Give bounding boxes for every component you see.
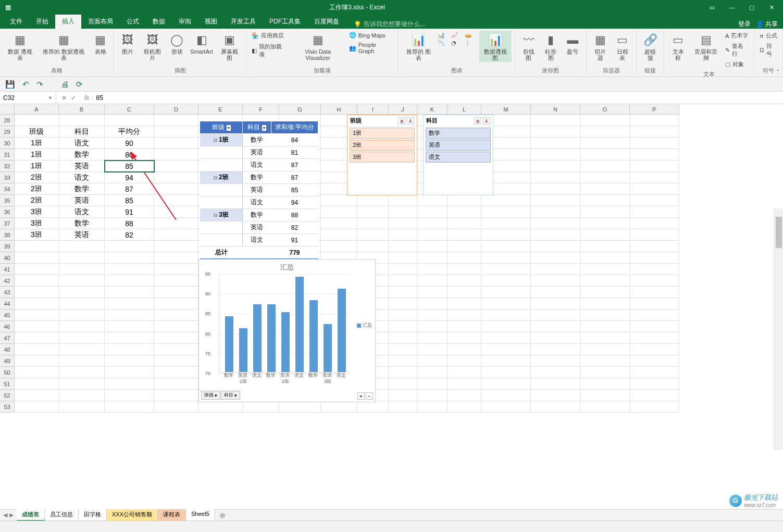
cell[interactable]	[448, 218, 481, 229]
cell[interactable]	[448, 252, 481, 264]
cell[interactable]	[630, 298, 679, 310]
cell[interactable]	[580, 344, 630, 355]
cell[interactable]	[580, 390, 630, 401]
pivot-chart[interactable]: 汇总 汇总 班级 ▾ 科目 ▾ +− 707580859095数学英语语文数学英…	[198, 259, 376, 402]
cell[interactable]	[105, 378, 154, 390]
cell[interactable]	[154, 206, 198, 218]
row-header[interactable]: 45	[0, 310, 15, 321]
tab-pdf[interactable]: PDF工具集	[263, 15, 307, 29]
cell[interactable]	[417, 310, 448, 321]
cell[interactable]	[154, 390, 198, 401]
cell[interactable]	[154, 160, 198, 172]
cell[interactable]	[417, 367, 448, 378]
cell[interactable]	[59, 390, 105, 401]
peoplegraph-button[interactable]: 👥People Graph	[347, 41, 395, 55]
slicer-item[interactable]: 3班	[350, 152, 415, 163]
cell[interactable]	[15, 115, 59, 126]
cell[interactable]	[15, 275, 59, 287]
cell[interactable]	[531, 206, 580, 218]
row-header[interactable]: 48	[0, 344, 15, 355]
clear-filter-icon[interactable]: ⅄	[483, 117, 490, 125]
cell[interactable]	[531, 115, 580, 126]
qat-icon[interactable]: ⟳	[76, 80, 83, 89]
cell[interactable]	[15, 252, 59, 264]
cell[interactable]	[389, 241, 417, 252]
cell[interactable]	[481, 287, 531, 298]
cell[interactable]	[15, 378, 59, 390]
cell[interactable]	[531, 252, 580, 264]
close-button[interactable]: ✕	[762, 1, 781, 14]
cell[interactable]	[580, 321, 630, 332]
cell[interactable]	[630, 206, 679, 218]
ribbon-options-icon[interactable]: ▭	[703, 1, 722, 14]
cell[interactable]	[630, 172, 679, 183]
cell[interactable]	[531, 218, 580, 229]
cell[interactable]	[481, 401, 531, 413]
row-header[interactable]: 29	[0, 126, 15, 138]
cell[interactable]	[448, 195, 481, 206]
cell[interactable]: 80	[105, 149, 154, 160]
cell[interactable]	[15, 401, 59, 413]
cell[interactable]	[15, 332, 59, 344]
chart-filter-button[interactable]: 科目 ▾	[221, 391, 240, 400]
cell[interactable]	[531, 390, 580, 401]
smartart-button[interactable]: ◧SmartArt	[189, 31, 215, 56]
tab-data[interactable]: 数据	[146, 15, 172, 29]
cell[interactable]	[531, 401, 580, 413]
my-addins-button[interactable]: ◧我的加载项	[250, 42, 289, 59]
cell[interactable]	[389, 344, 417, 355]
cell[interactable]	[531, 183, 580, 195]
row-header[interactable]: 44	[0, 298, 15, 310]
chart-type-icon[interactable]: 📈	[451, 32, 464, 39]
cell[interactable]	[531, 310, 580, 321]
cell[interactable]: 88	[105, 218, 154, 229]
cell[interactable]	[417, 229, 448, 241]
cell[interactable]	[531, 264, 580, 275]
cell[interactable]: 91	[105, 206, 154, 218]
cell[interactable]: 英语	[59, 160, 105, 172]
store-button[interactable]: 🏪应用商店	[250, 31, 289, 41]
cell[interactable]	[154, 287, 198, 298]
cell[interactable]	[531, 287, 580, 298]
cell[interactable]	[154, 298, 198, 310]
cell[interactable]	[357, 206, 389, 218]
cell[interactable]	[417, 401, 448, 413]
obj-button[interactable]: ▢对象	[723, 59, 751, 69]
slicer[interactable]: 班级⫼⅄1班2班3班	[347, 115, 417, 195]
cell[interactable]	[630, 138, 679, 149]
filter-dropdown-icon[interactable]: ▾	[262, 125, 266, 131]
cell[interactable]	[389, 367, 417, 378]
cell[interactable]	[105, 115, 154, 126]
cell[interactable]	[630, 264, 679, 275]
col-header[interactable]: K	[417, 104, 448, 115]
qat-icon[interactable]: 🖨	[61, 80, 69, 89]
cell[interactable]	[481, 310, 531, 321]
sheet-tab[interactable]: Sheet5	[186, 509, 215, 521]
cell[interactable]: 英语	[59, 229, 105, 241]
col-header[interactable]: E	[198, 104, 243, 115]
cell[interactable]	[357, 401, 389, 413]
cell[interactable]	[417, 298, 448, 310]
col-header[interactable]: O	[580, 104, 630, 115]
col-header[interactable]: I	[357, 104, 389, 115]
cell[interactable]	[481, 378, 531, 390]
picture-button[interactable]: 🖼图片	[117, 31, 138, 56]
cell[interactable]	[481, 275, 531, 287]
cell[interactable]	[630, 115, 679, 126]
cell[interactable]	[580, 206, 630, 218]
cell[interactable]	[321, 206, 357, 218]
cell[interactable]	[105, 367, 154, 378]
clear-filter-icon[interactable]: ⅄	[407, 117, 414, 125]
cell[interactable]	[481, 390, 531, 401]
cell[interactable]	[59, 321, 105, 332]
cell[interactable]	[154, 332, 198, 344]
cell[interactable]	[448, 275, 481, 287]
col-header[interactable]: N	[531, 104, 580, 115]
cell[interactable]	[630, 355, 679, 367]
cell[interactable]	[321, 218, 357, 229]
cell[interactable]	[389, 206, 417, 218]
cell[interactable]: 科目	[59, 126, 105, 138]
cell[interactable]	[481, 321, 531, 332]
cell[interactable]	[15, 264, 59, 275]
tab-view[interactable]: 视图	[198, 15, 224, 29]
